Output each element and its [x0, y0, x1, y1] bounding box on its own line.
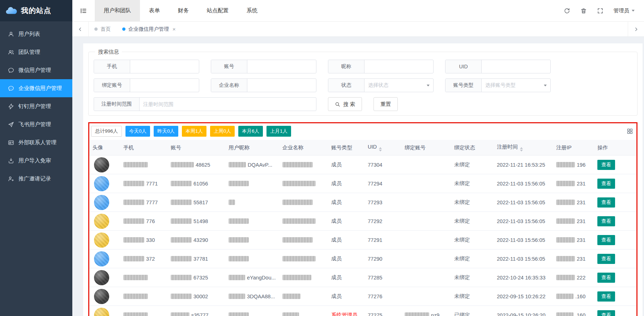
stat-last-week[interactable]: 上周0人	[210, 126, 235, 137]
view-button[interactable]: 查看	[597, 291, 615, 302]
refresh-button[interactable]	[564, 8, 570, 14]
sidebar-item-user-import[interactable]: 用户导入免审	[0, 151, 72, 170]
sidebar-item-wechat-users[interactable]: 微信用户管理	[0, 61, 72, 79]
search-panel-title: 搜索信息	[95, 48, 122, 55]
page-tab-wecom-users[interactable]: 企业微信用户管理×	[116, 22, 182, 37]
sidebar-item-label: 钉钉用户管理	[18, 103, 51, 110]
phone-cell	[119, 306, 166, 316]
account-type-cell: 成员	[327, 212, 363, 231]
redacted-text	[171, 312, 189, 316]
table-header-row: 头像手机账号用户昵称企业名称账号类型UID绑定账号绑定状态注册时间注册IP操作	[88, 140, 637, 155]
avatar-cell	[88, 212, 119, 231]
field-input[interactable]	[130, 79, 199, 92]
sidebar-item-feishu-users[interactable]: 飞书用户管理	[0, 115, 72, 133]
sidebar-item-promo-invites[interactable]: 推广邀请记录	[0, 170, 72, 188]
wechat-icon	[8, 67, 14, 73]
fullscreen-button[interactable]	[597, 8, 604, 14]
view-button[interactable]: 查看	[597, 179, 615, 189]
cell-text: 222	[577, 275, 585, 281]
field-select[interactable]: 选择状态	[364, 79, 433, 92]
field-select[interactable]: 选择账号类型	[482, 79, 550, 92]
topnav-tab-site-config[interactable]: 站点配置	[198, 0, 238, 21]
field-input[interactable]	[364, 60, 433, 73]
stat-today[interactable]: 今天0人	[125, 126, 150, 137]
bound-account-cell	[400, 212, 450, 231]
sidebar-item-wecom-users[interactable]: 企业微信用户管理	[0, 79, 72, 97]
users-table: 头像手机账号用户昵称企业名称账号类型UID绑定账号绑定状态注册时间注册IP操作 …	[88, 140, 637, 316]
stat-last-month[interactable]: 上月1人	[266, 126, 291, 137]
sidebar-item-external-contacts[interactable]: 外部联系人管理	[0, 133, 72, 151]
topnav-tab-forms[interactable]: 表单	[140, 0, 169, 21]
uid-cell: 77294	[363, 174, 400, 193]
delete-button[interactable]	[580, 8, 587, 14]
bind-status-cell: 未绑定	[450, 268, 492, 287]
avatar	[94, 270, 109, 285]
column-settings-button[interactable]	[627, 128, 633, 134]
cell-text: 231	[577, 256, 585, 262]
redacted-text	[556, 294, 573, 299]
column-header[interactable]: UID	[363, 140, 400, 155]
redacted-text	[556, 181, 575, 186]
view-button[interactable]: 查看	[597, 216, 615, 226]
redacted-text	[171, 200, 192, 205]
reset-button[interactable]: 重置	[374, 97, 398, 111]
admin-menu[interactable]: 管理员	[614, 7, 635, 14]
view-button[interactable]: 查看	[597, 235, 615, 245]
tabs-scroll-right-button[interactable]	[628, 22, 644, 37]
stat-this-month[interactable]: 本月6人	[238, 126, 263, 137]
sort-icon[interactable]	[520, 147, 523, 151]
avatar	[94, 289, 109, 304]
field-input[interactable]	[130, 60, 199, 73]
company-cell	[278, 306, 327, 316]
column-header: 头像	[88, 140, 119, 155]
reg-ip-cell: .160	[552, 306, 593, 316]
action-cell: 查看	[593, 212, 637, 231]
topnav-tab-users-teams[interactable]: 用户和团队	[95, 0, 140, 21]
avatar-cell	[88, 287, 119, 306]
topnav-tabs: 用户和团队表单财务站点配置系统	[95, 0, 266, 21]
cell-text: 231	[577, 237, 585, 243]
company-cell	[278, 268, 327, 287]
topnav-tab-label: 财务	[178, 7, 189, 14]
column-header[interactable]: 注册时间	[492, 140, 552, 155]
stat-total[interactable]: 总计996人	[91, 126, 122, 137]
search-button[interactable]: 搜 索	[328, 97, 362, 111]
stat-this-week[interactable]: 本周1人	[182, 126, 206, 137]
redacted-text	[229, 275, 245, 280]
search-field-7: 账号类型选择账号类型	[445, 78, 551, 92]
sidebar-item-user-list[interactable]: 用户列表	[0, 25, 72, 43]
admin-label: 管理员	[614, 7, 630, 14]
cell-text: eYangDou...	[247, 275, 276, 281]
view-button[interactable]: 查看	[597, 273, 615, 283]
field-input[interactable]	[140, 98, 316, 111]
stat-yesterday[interactable]: 昨天0人	[154, 126, 178, 137]
phone-cell: 372	[119, 249, 166, 268]
sort-icon[interactable]	[379, 147, 382, 151]
view-button[interactable]: 查看	[597, 310, 615, 316]
view-button[interactable]: 查看	[597, 197, 615, 208]
reg-time-cell: 2022-11-03 15:56:05	[492, 231, 552, 249]
search-form: 手机账号昵称UID绑定账号企业名称状态选择状态账号类型选择账号类型注册时间范围 …	[94, 60, 632, 111]
search-field-3: UID	[445, 60, 551, 73]
cloud-logo-icon	[5, 7, 17, 15]
field-input[interactable]	[247, 79, 316, 92]
sidebar-item-dingtalk-users[interactable]: 钉钉用户管理	[0, 97, 72, 115]
field-input[interactable]	[247, 60, 316, 73]
topnav-tab-finance[interactable]: 财务	[169, 0, 198, 21]
view-button[interactable]: 查看	[597, 254, 615, 264]
sidebar-item-team-management[interactable]: 团队管理	[0, 43, 72, 61]
cell-text: 30002	[193, 294, 208, 299]
tab-close-icon[interactable]: ×	[172, 26, 176, 32]
tabs-scroll-left-button[interactable]	[72, 22, 89, 37]
select-placeholder: 选择账号类型	[485, 82, 516, 89]
field-input[interactable]	[482, 60, 550, 73]
view-button[interactable]: 查看	[597, 160, 615, 170]
cell-text: 43290	[193, 237, 208, 243]
nickname-cell	[224, 212, 278, 231]
topnav-tab-label: 用户和团队	[104, 7, 131, 14]
sidebar-collapse-button[interactable]	[72, 0, 95, 21]
topnav-tab-system[interactable]: 系统	[238, 0, 266, 21]
nickname-cell	[224, 174, 278, 193]
page-tab-home[interactable]: 首页	[89, 22, 116, 37]
phone-cell: 7777	[119, 193, 166, 212]
